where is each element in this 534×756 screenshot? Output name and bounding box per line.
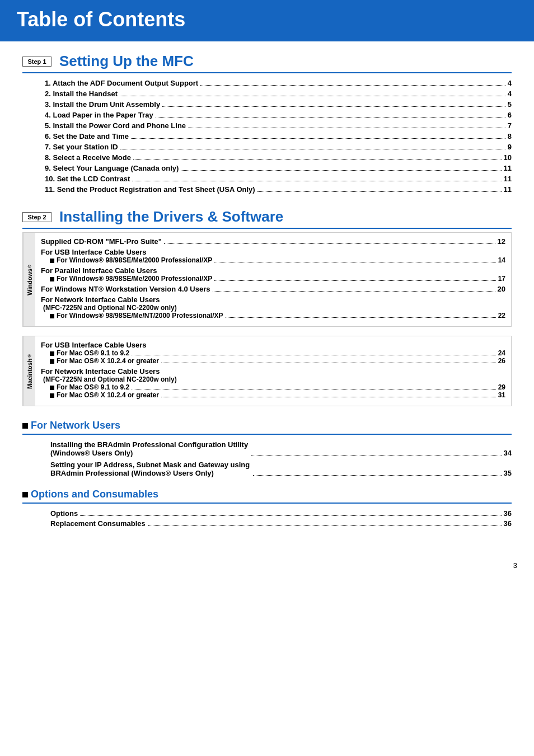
table-row: 4. Load Paper in the Paper Tray 6 [45, 110, 512, 120]
table-row: 6. Set the Date and Time 8 [45, 131, 512, 142]
page-title: Table of Contents [17, 8, 517, 31]
table-row: 7. Set your Station ID 9 [45, 142, 512, 152]
table-row: 9. Select Your Language (Canada only) 11 [45, 163, 512, 173]
table-row: 3. Install the Drum Unit Assembly 5 [45, 99, 512, 110]
list-item: For Parallel Interface Cable UsersFor Wi… [41, 266, 505, 283]
step2-badge: Step 2 [22, 212, 51, 222]
list-item: Setting your IP Address, Subnet Mask and… [50, 461, 512, 477]
network-content: Installing the BRAdmin Professional Conf… [22, 440, 512, 477]
network-section: For Network Users Installing the BRAdmin… [22, 420, 512, 477]
windows-section: Windows® Supplied CD-ROM "MFL-Pro Suite"… [22, 232, 512, 327]
windows-label: Windows® [23, 233, 35, 326]
list-item: Options36 [50, 509, 512, 518]
windows-content: Supplied CD-ROM "MFL-Pro Suite"12For USB… [35, 233, 511, 326]
options-heading: Options and Consumables [22, 489, 158, 500]
list-item: For Network Interface Cable Users(MFC-72… [41, 367, 505, 399]
list-item: Supplied CD-ROM "MFL-Pro Suite"12 [41, 237, 505, 246]
network-heading: For Network Users [22, 420, 120, 431]
step1-badge: Step 1 [22, 57, 51, 67]
mac-content: For USB Interface Cable UsersFor Mac OS®… [35, 336, 511, 406]
table-row: 10. Set the LCD Contrast 11 [45, 173, 512, 184]
step2-title: Installing the Drivers & Software [59, 208, 283, 226]
table-row: 1. Attach the ADF Document Output Suppor… [45, 78, 512, 88]
mac-label: Macintosh® [23, 336, 35, 406]
main-content: Step 1 Setting Up the MFC 1. Attach the … [0, 41, 534, 556]
table-row: 5. Install the Power Cord and Phone Line… [45, 120, 512, 131]
mac-section: Macintosh® For USB Interface Cable Users… [22, 336, 512, 406]
step1-list: 1. Attach the ADF Document Output Suppor… [22, 78, 512, 195]
step1-title: Setting Up the MFC [59, 53, 194, 70]
list-item: Replacement Consumables36 [50, 519, 512, 528]
list-item: For Windows NT® Workstation Version 4.0 … [41, 285, 505, 293]
step2-header: Step 2 Installing the Drivers & Software [22, 208, 512, 229]
step1-header: Step 1 Setting Up the MFC [22, 53, 512, 73]
options-bullet [22, 492, 28, 497]
step2-section: Step 2 Installing the Drivers & Software… [22, 208, 512, 406]
network-heading-bar: For Network Users [22, 420, 512, 435]
table-row: 8. Select a Receive Mode 10 [45, 152, 512, 163]
step1-section: Step 1 Setting Up the MFC 1. Attach the … [22, 53, 512, 195]
options-section: Options and Consumables Options36Replace… [22, 489, 512, 528]
table-row: 11. Send the Product Registration and Te… [45, 184, 512, 195]
list-item: For Network Interface Cable Users(MFC-72… [41, 295, 505, 320]
list-item: Installing the BRAdmin Professional Conf… [50, 440, 512, 457]
network-bullet [22, 423, 28, 429]
list-item: For USB Interface Cable UsersFor Mac OS®… [41, 341, 505, 365]
header-bar: Table of Contents [0, 0, 534, 41]
options-content: Options36Replacement Consumables36 [22, 509, 512, 528]
list-item: For USB Interface Cable UsersFor Windows… [41, 248, 505, 264]
options-heading-bar: Options and Consumables [22, 489, 512, 504]
table-row: 2. Install the Handset 4 [45, 88, 512, 99]
page-number: 3 [0, 556, 534, 575]
